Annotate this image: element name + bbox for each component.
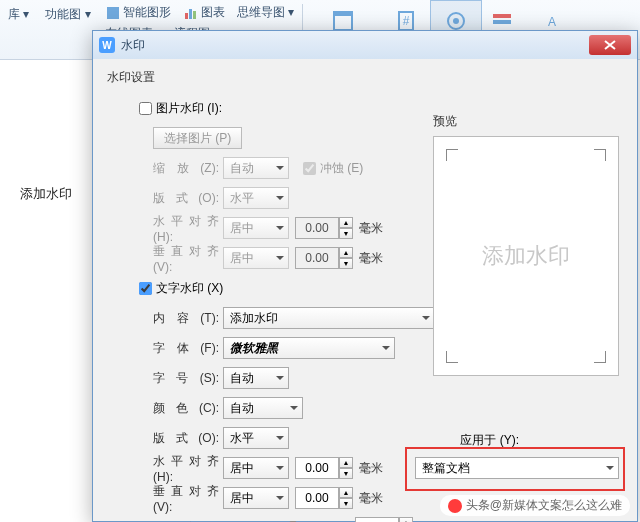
svg-rect-2 [189, 9, 192, 19]
pic-watermark-checkbox[interactable] [139, 102, 152, 115]
opacity-spin[interactable]: ▲▼ [355, 517, 413, 522]
titlebar: W 水印 [93, 31, 637, 59]
select-pic-button[interactable]: 选择图片 (P) [153, 127, 242, 149]
valign1-spin[interactable]: ▲▼ [295, 247, 353, 269]
preview-panel: 预览 添加水印 [433, 113, 619, 376]
zoom-combo[interactable]: 自动 [223, 157, 289, 179]
apply-combo[interactable]: 整篇文档 [415, 457, 619, 479]
content-combo[interactable]: 添加水印 [223, 307, 435, 329]
pic-watermark-label: 图片水印 (I): [156, 100, 222, 117]
svg-rect-11 [493, 20, 511, 24]
font-label: 字 体 (F): [153, 340, 223, 357]
halign2-combo[interactable]: 居中 [223, 457, 289, 479]
ribbon-chart[interactable]: 图表 [177, 2, 231, 23]
halign2-label: 水平对齐 (H): [153, 453, 223, 484]
layout2-combo[interactable]: 水平 [223, 427, 289, 449]
valign2-combo[interactable]: 居中 [223, 487, 289, 509]
color-combo[interactable]: 自动 [223, 397, 303, 419]
svg-rect-0 [107, 7, 119, 19]
svg-text:#: # [402, 14, 409, 28]
text-watermark-checkbox[interactable] [139, 282, 152, 295]
apply-label: 应用于 (Y): [460, 432, 519, 449]
app-logo-icon: W [99, 37, 115, 53]
flush-checkbox [303, 162, 316, 175]
watermark-dialog: W 水印 水印设置 图片水印 (I): 选择图片 (P) 缩 放 (Z): 自动… [92, 30, 638, 522]
svg-rect-3 [193, 11, 196, 19]
size-label: 字 号 (S): [153, 370, 223, 387]
halign1-spin[interactable]: ▲▼ [295, 217, 353, 239]
preview-title: 预览 [433, 113, 619, 130]
valign1-combo[interactable]: 居中 [223, 247, 289, 269]
valign2-label: 垂直对齐 (V): [153, 483, 223, 514]
document-text: 添加水印 [20, 185, 72, 203]
close-button[interactable] [589, 35, 631, 55]
flush-label: 冲蚀 (E) [320, 160, 363, 177]
section-title: 水印设置 [107, 69, 623, 86]
ribbon-mind[interactable]: 思维导图 ▾ [231, 2, 300, 23]
halign1-combo[interactable]: 居中 [223, 217, 289, 239]
preview-watermark-text: 添加水印 [482, 241, 570, 271]
svg-rect-5 [334, 12, 352, 16]
svg-point-9 [453, 18, 459, 24]
svg-rect-10 [493, 14, 511, 18]
svg-text:A: A [548, 15, 556, 29]
font-combo[interactable]: 微软雅黑 [223, 337, 395, 359]
content-label: 内 容 (T): [153, 310, 223, 327]
layout1-label: 版 式 (O): [153, 190, 223, 207]
toutiao-watermark: 头条@新媒体文案怎么这么难 [440, 495, 630, 516]
valign1-label: 垂直对齐 (V): [153, 243, 223, 274]
ribbon-lib[interactable]: 库 ▾ [0, 4, 37, 25]
valign2-spin[interactable]: ▲▼ [295, 487, 353, 509]
halign2-spin[interactable]: ▲▼ [295, 457, 353, 479]
preview-page: 添加水印 [433, 136, 619, 376]
layout2-label: 版 式 (O): [153, 430, 223, 447]
layout1-combo[interactable]: 水平 [223, 187, 289, 209]
size-combo[interactable]: 自动 [223, 367, 289, 389]
ribbon-func[interactable]: 功能图 ▾ [37, 4, 98, 25]
halign1-label: 水平对齐 (H): [153, 213, 223, 244]
text-watermark-label: 文字水印 (X) [156, 280, 223, 297]
svg-rect-1 [185, 13, 188, 19]
zoom-label: 缩 放 (Z): [153, 160, 223, 177]
color-label: 颜 色 (C): [153, 400, 223, 417]
ribbon-smart[interactable]: 智能图形 [99, 2, 177, 23]
dialog-title: 水印 [121, 37, 589, 54]
